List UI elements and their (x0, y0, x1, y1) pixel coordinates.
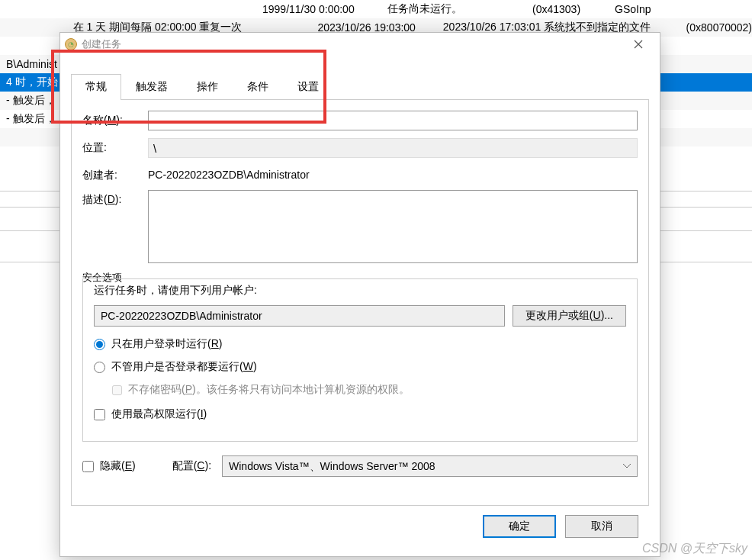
check-hidden[interactable]: 隐藏(E) (82, 459, 136, 473)
create-task-dialog: ◔ 创建任务 常规 触发器 操作 条件 设置 名称(M): 位置: \ (59, 32, 660, 557)
checkbox-input[interactable] (94, 409, 105, 420)
radio-run-when-logged-on[interactable]: 只在用户登录时运行(R) (94, 337, 626, 351)
name-label: 名称(M): (82, 111, 148, 127)
change-user-button[interactable]: 更改用户或组(U)... (513, 305, 626, 327)
radio-input[interactable] (94, 339, 105, 350)
app-icon: ◔ (65, 38, 77, 50)
tab-actions[interactable]: 操作 (182, 74, 233, 99)
tab-triggers[interactable]: 触发器 (121, 74, 182, 99)
ok-button[interactable]: 确定 (483, 515, 556, 538)
tab-general[interactable]: 常规 (71, 74, 121, 100)
radio-run-whether-logged-on[interactable]: 不管用户是否登录都要运行(W) (94, 360, 626, 374)
location-value: \ (148, 138, 638, 158)
creator-value: PC-20220223OZDB\Administrator (148, 166, 638, 181)
checkbox-input (112, 385, 122, 395)
account-value: PC-20220223OZDB\Administrator (94, 305, 505, 327)
bg-row: 1999/11/30 0:00:00 任务尚未运行。 (0x41303) GSo… (0, 0, 752, 18)
check-highest-privileges[interactable]: 使用最高权限运行(I) (94, 407, 626, 421)
security-group: 运行任务时，请使用下列用户帐户: PC-20220223OZDB\Adminis… (82, 278, 638, 442)
creator-label: 创建者: (82, 166, 148, 182)
titlebar: ◔ 创建任务 (60, 33, 660, 56)
cancel-button[interactable]: 取消 (565, 515, 638, 538)
close-icon (634, 40, 643, 49)
cell: (0x41303) (532, 3, 615, 15)
location-label: 位置: (82, 138, 148, 155)
tab-panel-general: 名称(M): 位置: \ 创建者: PC-20220223OZDB\Admini… (71, 100, 649, 506)
description-textarea[interactable] (148, 190, 638, 263)
close-button[interactable] (622, 34, 655, 55)
dialog-actions: 确定 取消 (71, 506, 649, 547)
check-do-not-store-password: 不存储密码(P)。该任务将只有访问本地计算机资源的权限。 (112, 383, 626, 397)
cell: (0x80070002) (686, 21, 752, 34)
configure-for-select[interactable]: Windows Vista™、Windows Server™ 2008 (222, 455, 638, 477)
checkbox-input[interactable] (82, 461, 94, 472)
cell: 任务尚未运行。 (387, 2, 532, 16)
description-label: 描述(D): (82, 190, 148, 207)
name-input[interactable] (148, 111, 638, 130)
cell: GSoInp (615, 3, 752, 15)
account-label: 运行任务时，请使用下列用户帐户: (94, 284, 626, 298)
radio-input[interactable] (94, 362, 105, 373)
tab-conditions[interactable]: 条件 (233, 74, 283, 99)
cell: 1999/11/30 0:00:00 (262, 3, 387, 15)
configure-for-label: 配置(C): (172, 459, 211, 473)
tabs: 常规 触发器 操作 条件 设置 (71, 74, 649, 100)
dialog-title: 创建任务 (82, 37, 622, 51)
tab-settings[interactable]: 设置 (283, 74, 333, 99)
